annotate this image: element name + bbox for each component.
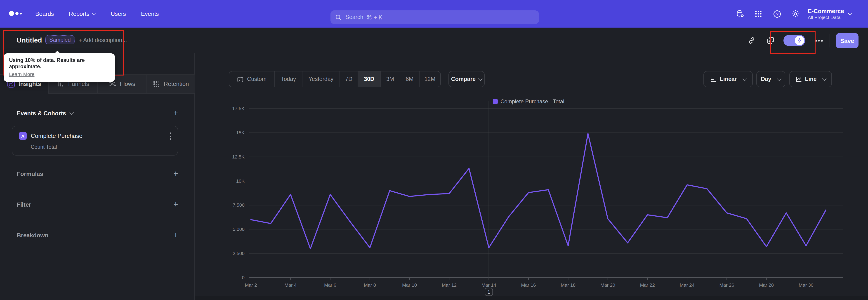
save-button[interactable]: Save: [836, 33, 859, 49]
y-axis-label: 5,000: [232, 227, 245, 232]
section-label: Formulas: [17, 170, 43, 177]
x-axis-label: Mar 28: [759, 282, 774, 288]
x-axis-label: Mar 2: [245, 282, 257, 288]
report-toolbar: Untitled Sampled + Add description...: [0, 28, 868, 54]
learn-more-link[interactable]: Learn More: [9, 71, 35, 77]
search-shortcut: ⌘ + K: [366, 14, 382, 21]
dropdown-label: Day: [761, 76, 771, 82]
app-window: BoardsReportsUsersEvents Search ⌘ + K: [0, 0, 868, 300]
event-letter-badge: A: [19, 132, 27, 140]
add-filter-button[interactable]: +: [174, 201, 178, 208]
apps-grid-icon[interactable]: [754, 9, 764, 19]
nav-links: BoardsReportsUsersEvents: [35, 0, 159, 28]
x-axis-label: Mar 26: [719, 282, 734, 288]
toggle-knob: [795, 36, 804, 45]
range-12m[interactable]: 12M: [419, 71, 440, 87]
section-label: Breakdown: [17, 232, 49, 239]
nav-link-label: Users: [111, 10, 126, 17]
compare-button[interactable]: Compare: [448, 71, 485, 87]
range-label: Custom: [247, 76, 267, 82]
project-scope: All Project Data: [808, 14, 844, 20]
date-range-control: CustomTodayYesterday7D30D3M6M12M: [229, 71, 441, 87]
chevron-down-icon: [92, 11, 96, 16]
range-label: Today: [281, 76, 296, 82]
events-cohorts-header[interactable]: Events & Cohorts: [17, 110, 73, 116]
tab-label: Retention: [164, 81, 189, 87]
add-event-button[interactable]: +: [174, 110, 178, 117]
chevron-down-icon: [478, 76, 483, 81]
section-formulas: Formulas+: [17, 169, 178, 178]
section-label: Filter: [17, 201, 31, 208]
event-name: Complete Purchase: [31, 132, 82, 139]
event-metric[interactable]: Count Total: [31, 144, 57, 150]
x-axis-label: Mar 10: [402, 282, 417, 288]
x-axis-label: Mar 18: [561, 282, 576, 288]
mixpanel-logo-icon[interactable]: [9, 11, 22, 16]
nav-right: ? E-Commerce All Project Data: [726, 0, 852, 28]
series-line[interactable]: [251, 133, 826, 249]
nav-link-boards[interactable]: Boards: [35, 10, 54, 17]
add-formulas-button[interactable]: +: [174, 170, 178, 177]
range-label: 30D: [364, 76, 374, 82]
tab-retention[interactable]: Retention: [146, 74, 195, 94]
help-icon[interactable]: ?: [772, 9, 782, 19]
report-title[interactable]: Untitled: [17, 36, 42, 44]
link-icon[interactable]: [748, 37, 755, 44]
range-yesterday[interactable]: Yesterday: [302, 71, 340, 87]
nav-link-label: Reports: [69, 10, 89, 17]
copy-to-board-icon[interactable]: [767, 37, 774, 44]
nav-link-events[interactable]: Events: [141, 10, 159, 17]
range-label: 7D: [345, 76, 352, 82]
y-axis-label: 2,500: [232, 251, 245, 256]
y-axis-label: 10K: [236, 178, 245, 184]
sampling-toggle[interactable]: [783, 35, 805, 46]
data-management-icon[interactable]: [735, 9, 745, 19]
chart-panel: CustomTodayYesterday7D30D3M6M12M Compare…: [195, 53, 868, 300]
more-menu-icon[interactable]: [815, 40, 823, 41]
x-axis-label: Mar 30: [799, 282, 813, 288]
chevron-down-icon: [743, 76, 747, 81]
nav-link-users[interactable]: Users: [111, 10, 126, 17]
line-chart: 02,5005,0007,50010K12.5K15K17.5KMar 2Mar…: [195, 53, 868, 300]
svg-text:?: ?: [776, 11, 778, 17]
chevron-down-icon: [777, 76, 781, 81]
y-axis-label: 17.5K: [232, 106, 245, 111]
annotation-marker-label: 1: [487, 289, 490, 295]
nav-link-reports[interactable]: Reports: [69, 10, 96, 17]
legend-label[interactable]: Complete Purchase - Total: [500, 98, 564, 104]
linear-dropdown[interactable]: Linear: [704, 71, 753, 87]
range-3m[interactable]: 3M: [380, 71, 400, 87]
range-30d[interactable]: 30D: [358, 71, 380, 87]
top-nav: BoardsReportsUsersEvents Search ⌘ + K: [0, 0, 868, 28]
range-label: 6M: [406, 76, 414, 82]
tab-label: Flows: [120, 81, 135, 87]
event-card[interactable]: A Complete Purchase Count Total: [12, 126, 178, 155]
event-options-icon[interactable]: [170, 132, 171, 140]
sampling-tooltip: Using 10% of data. Results are approxima…: [4, 53, 115, 82]
search-input[interactable]: Search ⌘ + K: [331, 10, 539, 24]
y-axis-label: 0: [242, 275, 245, 280]
x-axis-label: Mar 14: [482, 282, 496, 288]
range-7d[interactable]: 7D: [340, 71, 358, 87]
range-label: 12M: [425, 76, 436, 82]
add-description-field[interactable]: + Add description...: [79, 37, 127, 43]
x-axis-label: Mar 24: [680, 282, 694, 288]
line-chart-icon: [795, 76, 802, 83]
legend-swatch: [493, 99, 498, 104]
settings-gear-icon[interactable]: [791, 9, 801, 19]
project-name: E-Commerce: [808, 7, 844, 14]
nav-link-label: Events: [141, 10, 159, 17]
add-breakdown-button[interactable]: +: [174, 232, 178, 239]
day-dropdown[interactable]: Day: [756, 71, 785, 87]
x-axis-label: Mar 20: [600, 282, 615, 288]
range-6m[interactable]: 6M: [400, 71, 419, 87]
range-today[interactable]: Today: [274, 71, 302, 87]
annotation-marker[interactable]: 1: [485, 288, 493, 296]
project-selector[interactable]: E-Commerce All Project Data: [808, 7, 844, 20]
sampled-badge[interactable]: Sampled: [45, 35, 75, 44]
sampling-tooltip-message: Using 10% of data. Results are approxima…: [9, 57, 110, 70]
nav-link-label: Boards: [35, 10, 54, 17]
line-dropdown[interactable]: Line: [789, 71, 832, 87]
range-custom[interactable]: Custom: [229, 71, 274, 87]
search-icon: [335, 14, 342, 21]
